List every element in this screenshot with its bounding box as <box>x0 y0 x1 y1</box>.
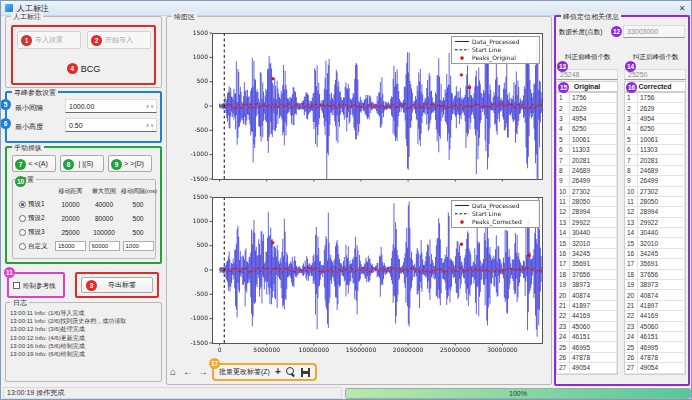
peak-value-cell: 44169 <box>638 311 685 321</box>
export-frame: 3 导出标签 <box>75 272 159 298</box>
import-settings-button[interactable]: 1 导入设置 <box>17 31 81 49</box>
log-line: 13:00:11 Info: (1/6)导入完成 <box>10 309 126 317</box>
peak-index-cell: 13 <box>625 218 638 228</box>
peak-index-cell: 14 <box>557 228 570 238</box>
col-move-interval: 移动间隔(ms) <box>121 187 155 196</box>
peak-value-cell: 6250 <box>638 124 685 134</box>
preset-row-1[interactable]: 预设11000040000500 <box>16 197 155 211</box>
peak-value-cell: 46995 <box>638 342 685 352</box>
min-height-spinbox[interactable]: 0.50 ∧∨ <box>65 118 157 132</box>
peak-index-cell: 26 <box>625 353 638 363</box>
peak-value-cell: 41897 <box>638 301 685 311</box>
move-right-button[interactable]: 9 > >(D) <box>108 155 152 172</box>
group-peak-params: 寻峰参数设置 5 最小间隔 1000.00 ∧∨ 6 最小高度 0.50 ∧∨ <box>5 91 162 143</box>
peak-index-cell: 8 <box>557 166 570 176</box>
home-icon[interactable]: ⌂ <box>167 365 179 379</box>
export-labels-button[interactable]: 3 导出标签 <box>81 277 153 293</box>
save-icon[interactable] <box>301 368 310 377</box>
start-import-button[interactable]: 2 开始导入 <box>87 31 151 49</box>
peak-index-cell: 25 <box>625 342 638 352</box>
peak-index-cell: 26 <box>557 353 570 363</box>
peak-value-cell: 49054 <box>638 363 685 373</box>
preset-row-custom[interactable]: 自定义 <box>16 239 155 253</box>
peak-value-cell: 38973 <box>570 280 617 290</box>
peak-value-cell: 37656 <box>638 270 685 280</box>
badge-14: 14 <box>625 61 636 72</box>
peak-index-cell: 2 <box>557 103 570 113</box>
badge-1: 1 <box>21 35 32 46</box>
peak-index-cell: 12 <box>557 207 570 217</box>
badge-3: 3 <box>86 280 97 291</box>
preset-radio[interactable] <box>19 229 26 236</box>
log-line: 13:00:11 Info: (2/6)找到历史存档，成功读取 <box>10 317 126 325</box>
preset-value: 80000 <box>87 215 121 222</box>
badge-5: 5 <box>0 99 11 110</box>
progress-bar: 100% <box>345 388 691 399</box>
signal-charts-canvas[interactable] <box>168 21 550 361</box>
peak-index-cell: 23 <box>625 322 638 332</box>
peak-value-cell: 1756 <box>570 93 617 103</box>
custom-label: 自定义 <box>28 242 48 251</box>
peak-value-cell: 34245 <box>570 249 617 259</box>
close-icon[interactable]: ✕ <box>673 2 691 15</box>
batch-edit-label[interactable]: 批量更改标签(Z) <box>219 367 270 377</box>
forward-icon[interactable]: → <box>197 365 209 379</box>
peak-value-cell: 10061 <box>570 135 617 145</box>
peak-value-cell: 45060 <box>570 322 617 332</box>
preset-radio[interactable] <box>19 201 26 208</box>
peak-value-cell: 10061 <box>638 135 685 145</box>
zoom-icon[interactable] <box>286 367 296 377</box>
spin-up-icon[interactable]: ∧ <box>146 103 150 109</box>
peak-index-cell: 15 <box>557 238 570 248</box>
spin-down-icon[interactable]: ∨ <box>150 122 154 128</box>
move-left-button[interactable]: 7 < <(A) <box>12 155 56 172</box>
group-plot-area: 绘图区 <box>166 16 552 385</box>
peak-index-cell: 12 <box>625 207 638 217</box>
col-move-distance: 移动距离 <box>54 187 87 196</box>
preset-header-row: 移动距离 最大范围 移动间隔(ms) <box>16 186 155 197</box>
badge-8: 8 <box>63 159 74 170</box>
badge-16: 16 <box>626 82 637 93</box>
draw-reference-checkbox[interactable] <box>13 282 20 289</box>
status-message: 13:00:19 操作完成 <box>7 388 64 398</box>
log-list[interactable]: 13:00:11 Info: (1/6)导入完成13:00:11 Info: (… <box>10 309 126 358</box>
custom-radio[interactable] <box>19 243 26 250</box>
back-icon[interactable]: ← <box>182 365 194 379</box>
pause-button[interactable]: 8 | |(S) <box>60 155 104 172</box>
spin-down-icon[interactable]: ∨ <box>150 103 154 109</box>
peak-index-cell: 6 <box>557 145 570 155</box>
min-interval-label: 最小间隔 <box>15 103 43 113</box>
custom-value-input[interactable] <box>123 241 154 251</box>
min-interval-value: 1000.00 <box>69 103 94 110</box>
peak-value-cell: 28050 <box>638 197 685 207</box>
peak-value-cell: 30440 <box>638 228 685 238</box>
peak-value-cell: 1756 <box>638 93 685 103</box>
peak-index-cell: 19 <box>625 280 638 290</box>
progress-label: 100% <box>346 389 690 398</box>
start-import-label: 开始导入 <box>105 35 133 45</box>
preset-value: 40000 <box>87 201 121 208</box>
peak-index-cell: 27 <box>557 363 570 373</box>
peak-value-cell: 11303 <box>638 145 685 155</box>
original-peaks-table[interactable]: 1175622629349544625051006161130372028182… <box>556 92 618 375</box>
pan-icon[interactable]: + <box>275 367 281 377</box>
peak-value-cell: 38973 <box>638 280 685 290</box>
preset-row-2[interactable]: 预设22000080000500 <box>16 211 155 225</box>
peak-value-cell: 41897 <box>570 301 617 311</box>
spin-up-icon[interactable]: ∧ <box>146 122 150 128</box>
corrected-peaks-table[interactable]: 1175622629349544625051006161130372028182… <box>624 92 686 375</box>
peak-value-cell: 37656 <box>570 270 617 280</box>
custom-value-input[interactable] <box>55 241 86 251</box>
app-window: 人工标注 ✕ 人工标注 1 导入设置 2 开始导入 4 BCG 寻峰参数设置 5… <box>0 0 692 400</box>
custom-value-input[interactable] <box>89 241 120 251</box>
reference-frame: 11 绘制参考线 <box>7 272 65 298</box>
min-height-label: 最小高度 <box>15 122 43 132</box>
peak-index-cell: 13 <box>557 218 570 228</box>
signal-type-row: 4 BCG <box>13 63 154 74</box>
peak-value-cell: 26499 <box>638 176 685 186</box>
import-settings-label: 导入设置 <box>35 35 63 45</box>
min-interval-spinbox[interactable]: 1000.00 ∧∨ <box>65 99 157 113</box>
preset-radio[interactable] <box>19 215 26 222</box>
preset-row-3[interactable]: 预设325000100000500 <box>16 225 155 239</box>
original-header: 15 Original <box>556 81 618 92</box>
